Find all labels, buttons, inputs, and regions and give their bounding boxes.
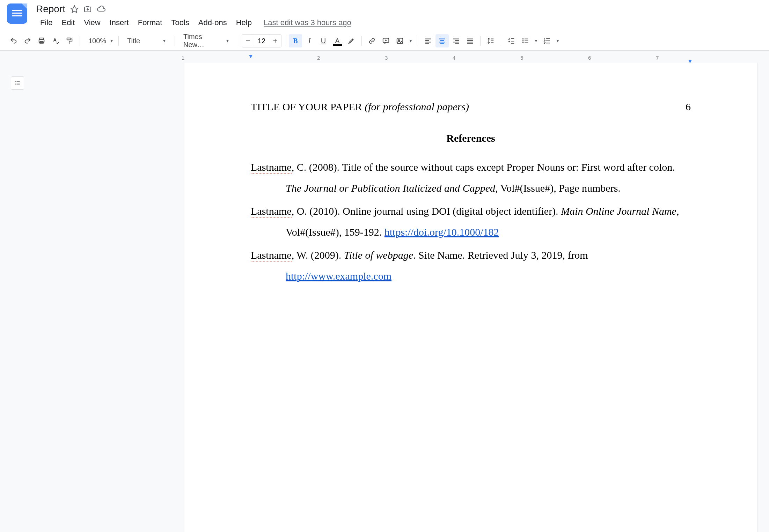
add-comment-button[interactable] bbox=[379, 34, 393, 47]
last-edit-link[interactable]: Last edit was 3 hours ago bbox=[264, 18, 351, 27]
chevron-down-icon: ▼ bbox=[226, 39, 229, 43]
fontsize-decrease-button[interactable]: − bbox=[242, 35, 254, 47]
chevron-down-icon: ▼ bbox=[162, 39, 166, 43]
print-button[interactable] bbox=[35, 34, 48, 47]
titlebar: Report File Edit View Insert Format Tool… bbox=[36, 3, 762, 29]
url-link[interactable]: http://www.example.com bbox=[286, 270, 391, 282]
reference-entry[interactable]: Lastname, C. (2008). Title of the source… bbox=[251, 157, 691, 199]
paragraph-style-dropdown[interactable]: Title▼ bbox=[122, 34, 171, 47]
image-dropdown[interactable]: ▼ bbox=[407, 34, 414, 47]
align-left-button[interactable] bbox=[422, 34, 435, 47]
numbered-list-dropdown[interactable]: ▼ bbox=[554, 34, 561, 47]
ruler-tick: 6 bbox=[588, 55, 591, 61]
svg-point-10 bbox=[522, 40, 524, 42]
menu-insert[interactable]: Insert bbox=[105, 17, 133, 29]
paint-format-button[interactable] bbox=[63, 34, 76, 47]
fontsize-increase-button[interactable]: + bbox=[269, 35, 281, 47]
svg-rect-13 bbox=[525, 40, 528, 41]
svg-rect-12 bbox=[525, 39, 528, 39]
toolbar: 100%▼ Title▼ Times New…▼ − + B I U A ▼ ▼… bbox=[0, 31, 769, 51]
toolbar-separator bbox=[80, 36, 80, 46]
zoom-dropdown[interactable]: 100%▼ bbox=[83, 34, 115, 47]
running-head-text: TITLE OF YOUR PAPER bbox=[251, 101, 362, 112]
running-head-title[interactable]: TITLE OF YOUR PAPER (for professional pa… bbox=[251, 101, 469, 113]
text-color-button[interactable]: A bbox=[331, 34, 344, 47]
document-title[interactable]: Report bbox=[36, 3, 65, 15]
spellcheck-button[interactable] bbox=[49, 34, 62, 47]
doi-link[interactable]: https://doi.org/10.1000/182 bbox=[384, 226, 499, 238]
ruler-tick: 3 bbox=[385, 55, 388, 61]
fontsize-group: − + bbox=[242, 34, 281, 47]
app-header: Report File Edit View Insert Format Tool… bbox=[0, 0, 769, 29]
fontsize-input[interactable] bbox=[254, 35, 269, 47]
toolbar-separator bbox=[238, 36, 238, 46]
align-justify-button[interactable] bbox=[463, 34, 477, 47]
checklist-button[interactable] bbox=[505, 34, 518, 47]
chevron-down-icon: ▼ bbox=[534, 39, 538, 43]
spellcheck-flag: Lastname bbox=[251, 161, 292, 173]
menu-edit[interactable]: Edit bbox=[57, 17, 79, 29]
right-margin-marker-icon[interactable]: ▼ bbox=[687, 58, 693, 65]
menu-view[interactable]: View bbox=[80, 17, 104, 29]
svg-marker-0 bbox=[71, 6, 78, 13]
line-spacing-button[interactable] bbox=[484, 34, 497, 47]
indent-marker-icon[interactable]: ▼ bbox=[248, 53, 254, 60]
chevron-down-icon: ▼ bbox=[556, 39, 560, 43]
toolbar-separator bbox=[480, 36, 481, 46]
numbered-list-button[interactable] bbox=[540, 34, 554, 47]
document-canvas[interactable]: TITLE OF YOUR PAPER (for professional pa… bbox=[35, 62, 769, 532]
svg-point-11 bbox=[522, 42, 524, 44]
redo-button[interactable] bbox=[21, 34, 34, 47]
chevron-down-icon: ▼ bbox=[409, 39, 413, 43]
toolbar-separator bbox=[285, 36, 285, 46]
document-outline-button[interactable] bbox=[11, 76, 24, 90]
outline-rail bbox=[0, 62, 35, 532]
toolbar-separator bbox=[501, 36, 501, 46]
reference-entry[interactable]: Lastname, O. (2010). Online journal usin… bbox=[251, 201, 691, 243]
move-icon[interactable] bbox=[83, 5, 92, 13]
bulleted-list-dropdown[interactable]: ▼ bbox=[533, 34, 540, 47]
toolbar-separator bbox=[175, 36, 175, 46]
reference-entry[interactable]: Lastname, W. (2009). Title of webpage. S… bbox=[251, 245, 691, 287]
svg-rect-14 bbox=[525, 43, 528, 43]
cloud-status-icon[interactable] bbox=[97, 5, 106, 13]
align-right-button[interactable] bbox=[449, 34, 463, 47]
insert-link-button[interactable] bbox=[365, 34, 379, 47]
running-head[interactable]: TITLE OF YOUR PAPER (for professional pa… bbox=[251, 101, 691, 113]
menu-help[interactable]: Help bbox=[232, 17, 256, 29]
spellcheck-flag: Lastname bbox=[251, 205, 292, 217]
toolbar-separator bbox=[418, 36, 418, 46]
horizontal-ruler[interactable]: ▼ 1 2 3 4 5 6 7 ▼ bbox=[182, 53, 754, 62]
spellcheck-flag: Lastname bbox=[251, 249, 292, 261]
menu-tools[interactable]: Tools bbox=[167, 17, 193, 29]
menu-addons[interactable]: Add-ons bbox=[194, 17, 231, 29]
menu-format[interactable]: Format bbox=[134, 17, 167, 29]
page-number: 6 bbox=[686, 101, 691, 113]
toolbar-separator bbox=[118, 36, 119, 46]
workspace: TITLE OF YOUR PAPER (for professional pa… bbox=[0, 62, 769, 532]
chevron-down-icon: ▼ bbox=[110, 39, 113, 43]
ruler-area: ▼ 1 2 3 4 5 6 7 ▼ bbox=[0, 51, 769, 62]
star-icon[interactable] bbox=[70, 5, 79, 13]
insert-image-button[interactable] bbox=[393, 34, 407, 47]
zoom-value: 100% bbox=[88, 37, 106, 45]
ruler-tick: 2 bbox=[317, 55, 320, 61]
menubar: File Edit View Insert Format Tools Add-o… bbox=[36, 17, 762, 29]
page[interactable]: TITLE OF YOUR PAPER (for professional pa… bbox=[184, 62, 757, 532]
font-dropdown[interactable]: Times New…▼ bbox=[178, 34, 234, 47]
svg-rect-7 bbox=[397, 38, 403, 44]
undo-button[interactable] bbox=[7, 34, 20, 47]
docs-logo-icon[interactable] bbox=[7, 3, 27, 24]
bold-button[interactable]: B bbox=[289, 34, 302, 47]
highlight-button[interactable] bbox=[345, 34, 358, 47]
italic-button[interactable]: I bbox=[303, 34, 316, 47]
bulleted-list-button[interactable] bbox=[519, 34, 532, 47]
menu-file[interactable]: File bbox=[36, 17, 57, 29]
running-head-note: (for professional papers) bbox=[365, 101, 469, 112]
ruler-tick: 1 bbox=[182, 55, 184, 61]
align-center-button[interactable] bbox=[435, 34, 449, 47]
ruler-tick: 7 bbox=[656, 55, 659, 61]
underline-button[interactable]: U bbox=[317, 34, 330, 47]
toolbar-separator bbox=[361, 36, 362, 46]
references-heading[interactable]: References bbox=[251, 132, 691, 144]
